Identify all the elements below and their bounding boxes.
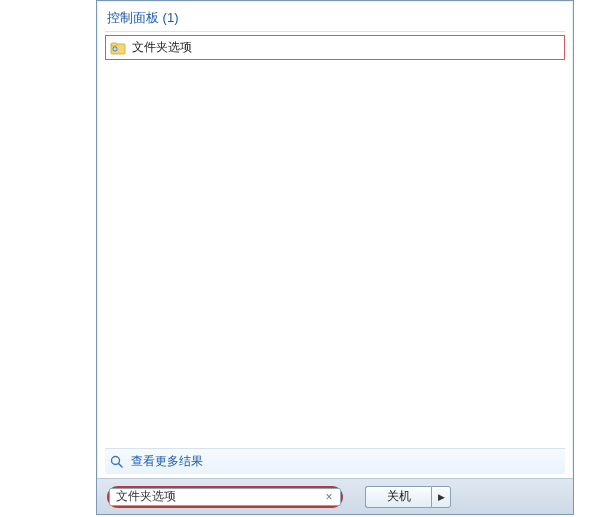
start-menu-search-panel: 控制面板 (1) 文件夹选项 查看更多结果 xyxy=(96,0,574,515)
search-box-highlight: × xyxy=(107,486,343,508)
search-input[interactable] xyxy=(116,490,320,504)
result-item-folder-options[interactable]: 文件夹选项 xyxy=(105,35,565,60)
svg-line-4 xyxy=(119,463,123,467)
see-more-results[interactable]: 查看更多结果 xyxy=(105,448,565,474)
svg-rect-1 xyxy=(111,43,117,46)
bottom-bar: × 关机 ▶ xyxy=(97,478,573,514)
category-header-control-panel: 控制面板 (1) xyxy=(105,7,565,32)
result-item-label: 文件夹选项 xyxy=(132,39,192,56)
triangle-right-icon: ▶ xyxy=(438,492,445,502)
folder-options-icon xyxy=(110,40,126,56)
magnifier-icon xyxy=(109,454,125,470)
shutdown-split-button: 关机 ▶ xyxy=(365,486,451,508)
results-area: 控制面板 (1) 文件夹选项 xyxy=(105,7,565,454)
clear-search-icon[interactable]: × xyxy=(322,490,336,504)
search-box[interactable]: × xyxy=(109,488,341,506)
see-more-results-label: 查看更多结果 xyxy=(131,453,203,470)
shutdown-options-arrow[interactable]: ▶ xyxy=(431,486,451,508)
shutdown-button[interactable]: 关机 xyxy=(365,486,431,508)
